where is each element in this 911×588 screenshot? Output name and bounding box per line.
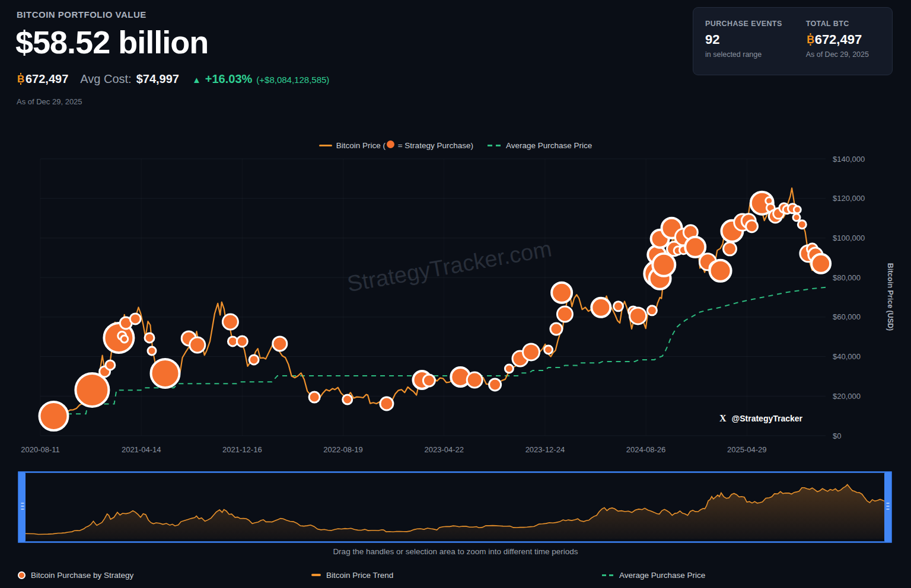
purchase-bubble[interactable] [343,395,352,404]
purchase-bubble[interactable] [798,220,806,229]
purchase-events-value: 92 [705,32,782,47]
purchase-bubble[interactable] [151,359,180,388]
purchase-bubble[interactable] [380,397,393,410]
purchase-dot-icon [18,571,26,579]
total-btc-stat: TOTAL BTC B 672,497 As of Dec 29, 2025 [806,20,869,75]
price-line-swatch-icon [319,145,332,146]
purchase-bubble[interactable] [557,306,572,322]
bottom-legend-trend-label: Bitcoin Price Trend [326,571,393,580]
purchase-bubble[interactable] [145,333,154,343]
purchase-bubble[interactable] [685,237,705,257]
x-tick-label: 2020-08-11 [21,445,60,454]
bitcoin-price-chart[interactable]: $0$20,000$40,000$60,000$80,000$100,000$1… [0,151,911,459]
x-tick-label: 2024-08-26 [626,445,666,454]
right-brush-handle[interactable] [884,472,891,542]
left-brush-handle[interactable] [19,472,26,542]
purchase-bubble[interactable] [489,379,501,391]
purchase-bubble[interactable] [652,254,675,276]
purchase-bubble[interactable] [724,242,737,255]
y-tick-label: $140,000 [833,155,865,164]
purchase-bubble[interactable] [467,372,482,388]
bottom-legend-purchase: Bitcoin Purchase by Strategy [18,570,133,580]
y-tick-label: $0 [833,432,841,440]
x-tick-label: 2025-04-29 [727,445,767,454]
legend-item-bitcoin-price: Bitcoin Price ( = Strategy Purchase) [319,140,473,150]
purchase-events-sub: in selected range [705,50,782,59]
purchase-bubble[interactable] [148,347,156,355]
x-tick-label: 2021-12-16 [222,445,262,454]
gain-absolute: (+$8,084,128,585) [256,75,329,85]
stats-row: B 672,497 Avg Cost: $74,997 ▲+16.03% (+$… [17,72,329,86]
btc-symbol-icon: B [17,72,25,86]
avg-purchase-price-line [40,287,826,414]
x-tick-label: 2021-04-14 [122,445,161,454]
x-tick-label: 2023-04-22 [424,445,464,454]
purchase-bubble[interactable] [614,302,623,311]
avg-line-swatch-icon [488,145,502,146]
page-title: BITCOIN PORTFOLIO VALUE [17,9,146,20]
purchase-bubble[interactable] [544,346,553,354]
watermark: StrategyTracker.com [345,236,553,296]
purchase-bubble[interactable] [550,323,562,335]
purchase-bubble[interactable] [237,336,247,347]
purchase-bubble[interactable] [746,220,758,232]
y-tick-label: $80,000 [833,273,861,282]
y-tick-label: $40,000 [833,352,861,361]
purchase-bubble[interactable] [591,298,610,317]
gain-percent: ▲+16.03% [192,72,252,86]
x-tick-label: 2022-08-19 [323,445,363,454]
mini-price-area [26,485,884,539]
gain-arrow-icon: ▲ [192,75,201,85]
purchase-bubble[interactable] [505,365,513,373]
bottom-legend-avg-label: Average Purchase Price [619,571,705,580]
purchase-bubble[interactable] [121,335,128,343]
twitter-handle: X@StrategyTracker [719,413,803,423]
purchase-bubble[interactable] [190,337,205,353]
time-range-brush-chart[interactable] [18,471,892,543]
y-tick-label: $60,000 [833,312,861,321]
btc-amount: 672,497 [26,72,68,85]
purchase-bubble[interactable] [647,306,657,315]
purchase-events-stat: PURCHASE EVENTS 92 in selected range [705,20,782,75]
purchase-bubble[interactable] [423,375,435,386]
avg-cost-label: Avg Cost: [80,72,131,86]
purchase-bubble[interactable] [523,344,540,360]
brush-hint: Drag the handles or selection area to zo… [0,547,911,556]
purchase-bubble[interactable] [309,392,320,402]
purchase-bubble[interactable] [794,206,801,213]
purchase-dot-icon [387,140,394,148]
btc-holdings: B 672,497 [17,72,68,86]
purchase-bubble[interactable] [630,308,646,324]
y-axis-title: Bitcoin Price (USD) [886,263,894,331]
legend-price-label: Bitcoin Price ( = Strategy Purchase) [336,140,473,150]
avg-cost-value: $74,997 [136,72,179,86]
y-tick-label: $120,000 [833,194,865,203]
purchase-bubble[interactable] [249,355,259,365]
chart-legend: Bitcoin Price ( = Strategy Purchase) Ave… [0,140,911,150]
x-tick-label: 2023-12-24 [525,445,565,454]
page: { "header": { "label": "BITCOIN PORTFOLI… [0,0,911,588]
total-btc-sub: As of Dec 29, 2025 [806,50,869,59]
purchase-bubble[interactable] [40,402,68,430]
bottom-legend-avg: Average Purchase Price [602,570,705,580]
purchase-bubble[interactable] [130,314,141,324]
purchase-bubble[interactable] [811,254,830,273]
purchase-bubble[interactable] [710,260,731,282]
purchase-bubble[interactable] [106,360,115,370]
purchase-bubble[interactable] [75,373,109,407]
btc-symbol-icon: B [806,33,815,46]
total-btc-value: B 672,497 [806,32,869,47]
twitter-handle-text: @StrategyTracker [732,414,803,423]
y-tick-label: $20,000 [833,392,861,401]
y-tick-label: $100,000 [833,234,865,242]
purchase-bubble[interactable] [273,337,287,351]
avg-line-swatch-icon [602,574,614,576]
legend-avg-label: Average Purchase Price [506,141,592,150]
summary-card: PURCHASE EVENTS 92 in selected range TOT… [693,7,893,75]
legend-item-average-price: Average Purchase Price [488,141,592,150]
purchase-bubble[interactable] [222,314,238,330]
portfolio-value: $58.52 billion [15,24,208,60]
purchase-events-label: PURCHASE EVENTS [705,20,782,28]
purchase-bubble[interactable] [793,214,800,221]
purchase-bubble[interactable] [552,283,572,303]
